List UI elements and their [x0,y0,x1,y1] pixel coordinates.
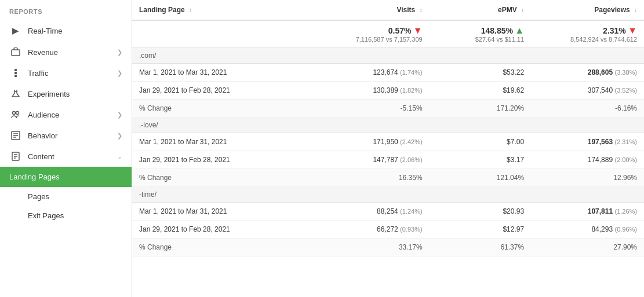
visits-pct-change: 0.57% [388,26,412,35]
pageviews-arrow-down: ▼ [628,25,637,35]
sidebar-item-label: Revenue [28,48,58,57]
row-epmv: $3.17 [430,151,531,169]
sidebar-item-traffic[interactable]: Traffic ❯ [0,63,132,83]
pct-change-pageviews: -6.16% [531,100,644,118]
visits-arrow-down: ▼ [413,25,423,35]
sidebar-item-audience[interactable]: Audience ❯ [0,104,132,125]
sidebar-item-content[interactable]: Content ⌄ [0,146,132,167]
row-epmv: $7.00 [430,133,531,151]
chevron-right-icon: ❯ [117,111,122,119]
reports-section-label: REPORTS [0,0,132,20]
content-icon [9,152,22,161]
row-epmv: $20.93 [430,203,531,221]
sidebar-item-label: Behavior [28,131,57,140]
row-epmv: $19.62 [430,82,531,100]
sidebar-sub-item-landing-pages[interactable]: Landing Pages [0,167,132,187]
chevron-down-icon: ⌄ [117,153,122,160]
table-row: Mar 1, 2021 to Mar 31, 2021 88,254 (1.24… [132,203,644,221]
col-header-epmv[interactable]: ePMV ↕ [430,0,531,20]
sidebar-sub-item-exit-pages[interactable]: Exit Pages [0,206,132,225]
summary-pageviews-cell: 2.31% ▼ 8,542,924 vs 8,744,612 [531,20,644,48]
pageviews-pct-change: 2.31% [603,26,626,35]
svg-rect-2 [14,72,17,74]
behavior-icon [9,131,22,140]
pct-change-row-2: % Change 16.35% 121.04% 12.96% [132,169,644,187]
sidebar-item-real-time[interactable]: ▶ Real-Time [0,20,132,42]
row-label: Jan 29, 2021 to Feb 28, 2021 [132,221,322,239]
sort-icon-landing[interactable]: ↕ [189,7,192,13]
row-label: Jan 29, 2021 to Feb 28, 2021 [132,82,322,100]
table-row: Jan 29, 2021 to Feb 28, 2021 147,787 (2.… [132,151,644,169]
sort-icon-visits[interactable]: ↕ [420,7,423,13]
row-visits: 66,272 (0.93%) [322,221,430,239]
sidebar-sub-item-label: Exit Pages [28,211,64,220]
col-header-visits[interactable]: Visits ↕ [322,0,430,20]
epmv-pct-change: 148.85% [481,26,513,35]
summary-landing-cell [132,20,322,48]
row-pageviews: 197,563 (2.31%) [531,133,644,151]
sort-icon-epmv[interactable]: ↕ [521,7,524,13]
sidebar-item-label: Audience [28,111,59,119]
row-label: Mar 1, 2021 to Mar 31, 2021 [132,133,322,151]
sidebar-sub-item-label: Landing Pages [9,173,60,181]
svg-rect-3 [14,75,17,77]
table-row: Jan 29, 2021 to Feb 28, 2021 130,389 (1.… [132,82,644,100]
summary-epmv-cell: 148.85% ▲ $27.64 vs $11.11 [430,20,531,48]
svg-point-5 [13,112,16,115]
svg-rect-0 [12,50,20,56]
table-row: Jan 29, 2021 to Feb 28, 2021 66,272 (0.9… [132,221,644,239]
row-epmv: $53.22 [430,64,531,82]
pct-change-row-1: % Change -5.15% 171.20% -6.16% [132,100,644,118]
epmv-detail: $27.64 vs $11.11 [436,36,524,43]
pct-change-visits: 33.17% [322,239,430,256]
pct-change-epmv: 121.04% [430,169,531,187]
table-row: Mar 1, 2021 to Mar 31, 2021 171,950 (2.4… [132,133,644,151]
real-time-icon: ▶ [9,25,22,36]
row-visits: 88,254 (1.24%) [322,203,430,221]
pct-change-row-3: % Change 33.17% 61.37% 27.90% [132,239,644,256]
row-pageviews: 107,811 (1.26%) [531,203,644,221]
epmv-arrow-up: ▲ [515,25,524,35]
pct-change-label: % Change [132,239,322,256]
sidebar-sub-item-pages[interactable]: Pages [0,187,132,206]
traffic-icon [9,68,22,78]
pct-change-epmv: 171.20% [430,100,531,118]
row-label: Mar 1, 2021 to Mar 31, 2021 [132,64,322,82]
row-visits: 123,674 (1.74%) [322,64,430,82]
pct-change-label: % Change [132,100,322,118]
svg-point-6 [16,112,19,115]
pct-change-pageviews: 12.96% [531,169,644,187]
pct-change-epmv: 61.37% [430,239,531,256]
svg-rect-1 [14,69,17,71]
chevron-right-icon: ❯ [117,49,122,56]
experiments-icon [9,89,22,98]
col-header-pageviews[interactable]: Pageviews ↓ [531,0,644,20]
col-header-landing-page[interactable]: Landing Page ↕ [132,0,322,20]
pct-change-visits: 16.35% [322,169,430,187]
row-label: Jan 29, 2021 to Feb 28, 2021 [132,151,322,169]
report-table: Landing Page ↕ Visits ↕ ePMV ↕ Pageviews… [132,0,644,256]
row-pageviews: 174,889 (2.00%) [531,151,644,169]
sidebar-item-label: Traffic [28,69,48,78]
visits-detail: 7,116,587 vs 7,157,309 [329,36,423,43]
section-header-1: .com/ [132,48,644,64]
revenue-icon [9,47,22,57]
pageviews-detail: 8,542,924 vs 8,744,612 [538,36,637,43]
sidebar-sub-item-label: Pages [28,192,49,201]
row-pageviews: 288,605 (3.38%) [531,64,644,82]
sidebar-item-behavior[interactable]: Behavior ❯ [0,125,132,146]
sidebar-item-label: Real-Time [28,27,62,35]
section-header-2: .-love/ [132,118,644,133]
row-visits: 147,787 (2.06%) [322,151,430,169]
sidebar-item-label: Experiments [28,90,70,98]
summary-row: 0.57% ▼ 7,116,587 vs 7,157,309 148.85% ▲… [132,20,644,48]
sort-icon-pageviews[interactable]: ↓ [634,7,637,13]
sidebar-item-revenue[interactable]: Revenue ❯ [0,42,132,63]
row-pageviews: 84,293 (0.96%) [531,221,644,239]
main-content: Landing Page ↕ Visits ↕ ePMV ↕ Pageviews… [132,0,644,297]
row-epmv: $12.97 [430,221,531,239]
section-header-label-3: -time/ [132,187,644,203]
sidebar-item-experiments[interactable]: Experiments [0,83,132,104]
sidebar-item-label: Content [28,152,54,161]
section-header-3: -time/ [132,187,644,203]
